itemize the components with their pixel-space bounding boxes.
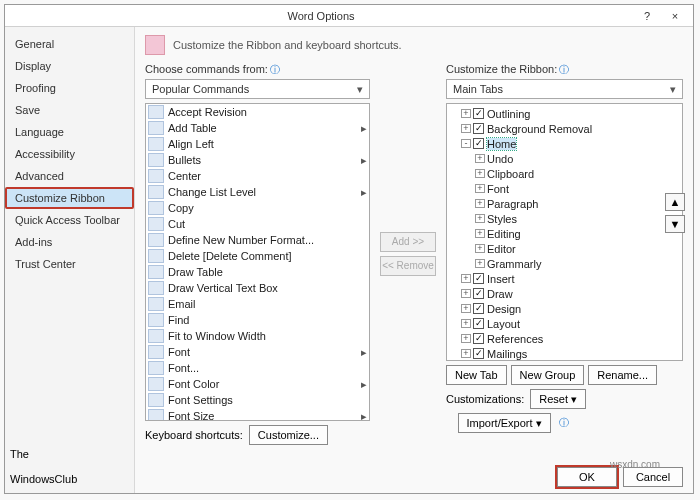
command-item[interactable]: Font Size▸ bbox=[146, 408, 369, 421]
tree-node-editor[interactable]: +Editor bbox=[449, 241, 680, 256]
command-item[interactable]: Center bbox=[146, 168, 369, 184]
import-export-button[interactable]: Import/Export ▾ bbox=[458, 413, 551, 433]
tree-node-home[interactable]: -✓Home bbox=[449, 136, 680, 151]
checkbox[interactable]: ✓ bbox=[473, 138, 484, 149]
checkbox[interactable]: ✓ bbox=[473, 333, 484, 344]
expand-icon[interactable]: + bbox=[461, 274, 471, 283]
customize-keyboard-button[interactable]: Customize... bbox=[249, 425, 328, 445]
command-item[interactable]: Accept Revision bbox=[146, 104, 369, 120]
command-item[interactable]: Draw Vertical Text Box bbox=[146, 280, 369, 296]
expand-icon[interactable]: + bbox=[475, 199, 485, 208]
command-item[interactable]: Delete [Delete Comment] bbox=[146, 248, 369, 264]
tree-node-references[interactable]: +✓References bbox=[449, 331, 680, 346]
checkbox[interactable]: ✓ bbox=[473, 273, 484, 284]
sidebar-item-proofing[interactable]: Proofing bbox=[5, 77, 134, 99]
sidebar-item-display[interactable]: Display bbox=[5, 55, 134, 77]
command-item[interactable]: Draw Table bbox=[146, 264, 369, 280]
command-item[interactable]: Align Left bbox=[146, 136, 369, 152]
expand-icon[interactable]: + bbox=[461, 124, 471, 133]
tree-node-draw[interactable]: +✓Draw bbox=[449, 286, 680, 301]
move-up-button[interactable]: ▲ bbox=[665, 193, 685, 211]
command-item[interactable]: Add Table▸ bbox=[146, 120, 369, 136]
sidebar-item-trust-center[interactable]: Trust Center bbox=[5, 253, 134, 275]
command-item[interactable]: Font Settings bbox=[146, 392, 369, 408]
sidebar-item-advanced[interactable]: Advanced bbox=[5, 165, 134, 187]
expand-icon[interactable]: + bbox=[475, 154, 485, 163]
tree-node-undo[interactable]: +Undo bbox=[449, 151, 680, 166]
remove-button[interactable]: << Remove bbox=[380, 256, 436, 276]
info-icon[interactable]: ⓘ bbox=[270, 64, 280, 75]
checkbox[interactable]: ✓ bbox=[473, 348, 484, 359]
command-item[interactable]: Cut bbox=[146, 216, 369, 232]
expand-icon[interactable]: + bbox=[475, 184, 485, 193]
command-item[interactable]: Font... bbox=[146, 360, 369, 376]
expand-icon[interactable]: + bbox=[461, 109, 471, 118]
tree-node-editing[interactable]: +Editing bbox=[449, 226, 680, 241]
expand-icon[interactable]: + bbox=[461, 349, 471, 358]
command-label: Font bbox=[168, 346, 359, 358]
tree-node-paragraph[interactable]: +Paragraph bbox=[449, 196, 680, 211]
checkbox[interactable]: ✓ bbox=[473, 288, 484, 299]
command-item[interactable]: Define New Number Format... bbox=[146, 232, 369, 248]
command-item[interactable]: Change List Level▸ bbox=[146, 184, 369, 200]
expand-icon[interactable]: - bbox=[461, 139, 471, 148]
command-item[interactable]: Copy bbox=[146, 200, 369, 216]
ok-button[interactable]: OK bbox=[557, 467, 617, 487]
help-button[interactable]: ? bbox=[633, 10, 661, 22]
tree-node-font[interactable]: +Font bbox=[449, 181, 680, 196]
expand-icon[interactable]: + bbox=[475, 244, 485, 253]
tree-node-layout[interactable]: +✓Layout bbox=[449, 316, 680, 331]
tree-node-background-removal[interactable]: +✓Background Removal bbox=[449, 121, 680, 136]
expand-icon[interactable]: + bbox=[475, 229, 485, 238]
tree-node-styles[interactable]: +Styles bbox=[449, 211, 680, 226]
commands-listbox[interactable]: Accept RevisionAdd Table▸Align LeftBulle… bbox=[145, 103, 370, 421]
command-item[interactable]: Find bbox=[146, 312, 369, 328]
ribbon-tree[interactable]: +✓Outlining+✓Background Removal-✓Home+Un… bbox=[446, 103, 683, 361]
info-icon[interactable]: ⓘ bbox=[559, 416, 569, 430]
command-item[interactable]: Font Color▸ bbox=[146, 376, 369, 392]
sidebar-item-customize-ribbon[interactable]: Customize Ribbon bbox=[5, 187, 134, 209]
checkbox[interactable]: ✓ bbox=[473, 123, 484, 134]
checkbox[interactable]: ✓ bbox=[473, 318, 484, 329]
choose-commands-dropdown[interactable]: Popular Commands bbox=[145, 79, 370, 99]
tree-node-insert[interactable]: +✓Insert bbox=[449, 271, 680, 286]
expand-icon[interactable]: + bbox=[475, 259, 485, 268]
command-item[interactable]: Font▸ bbox=[146, 344, 369, 360]
ribbon-scope-dropdown[interactable]: Main Tabs bbox=[446, 79, 683, 99]
close-button[interactable]: × bbox=[661, 10, 689, 22]
command-item[interactable]: Bullets▸ bbox=[146, 152, 369, 168]
checkbox[interactable]: ✓ bbox=[473, 108, 484, 119]
expand-icon[interactable]: + bbox=[461, 334, 471, 343]
rename-button[interactable]: Rename... bbox=[588, 365, 657, 385]
tree-node-design[interactable]: +✓Design bbox=[449, 301, 680, 316]
new-tab-button[interactable]: New Tab bbox=[446, 365, 507, 385]
add-button[interactable]: Add >> bbox=[380, 232, 436, 252]
expand-icon[interactable]: + bbox=[475, 169, 485, 178]
command-icon bbox=[148, 281, 164, 295]
reset-button[interactable]: Reset ▾ bbox=[530, 389, 586, 409]
info-icon[interactable]: ⓘ bbox=[559, 64, 569, 75]
command-item[interactable]: Email bbox=[146, 296, 369, 312]
sidebar-item-accessibility[interactable]: Accessibility bbox=[5, 143, 134, 165]
tree-node-outlining[interactable]: +✓Outlining bbox=[449, 106, 680, 121]
expand-icon[interactable]: + bbox=[461, 289, 471, 298]
sidebar-item-quick-access-toolbar[interactable]: Quick Access Toolbar bbox=[5, 209, 134, 231]
expand-icon[interactable]: + bbox=[461, 319, 471, 328]
new-group-button[interactable]: New Group bbox=[511, 365, 585, 385]
tree-node-mailings[interactable]: +✓Mailings bbox=[449, 346, 680, 361]
choose-commands-label: Choose commands from:ⓘ bbox=[145, 63, 370, 77]
checkbox[interactable]: ✓ bbox=[473, 303, 484, 314]
ribbon-icon bbox=[145, 35, 165, 55]
sidebar-item-save[interactable]: Save bbox=[5, 99, 134, 121]
sidebar-item-general[interactable]: General bbox=[5, 33, 134, 55]
command-item[interactable]: Fit to Window Width bbox=[146, 328, 369, 344]
tree-node-clipboard[interactable]: +Clipboard bbox=[449, 166, 680, 181]
expand-icon[interactable]: + bbox=[461, 304, 471, 313]
move-down-button[interactable]: ▼ bbox=[665, 215, 685, 233]
sidebar-item-add-ins[interactable]: Add-ins bbox=[5, 231, 134, 253]
expand-icon[interactable]: + bbox=[475, 214, 485, 223]
cancel-button[interactable]: Cancel bbox=[623, 467, 683, 487]
tree-node-grammarly[interactable]: +Grammarly bbox=[449, 256, 680, 271]
sidebar-item-language[interactable]: Language bbox=[5, 121, 134, 143]
headline: Customize the Ribbon and keyboard shortc… bbox=[145, 35, 683, 55]
